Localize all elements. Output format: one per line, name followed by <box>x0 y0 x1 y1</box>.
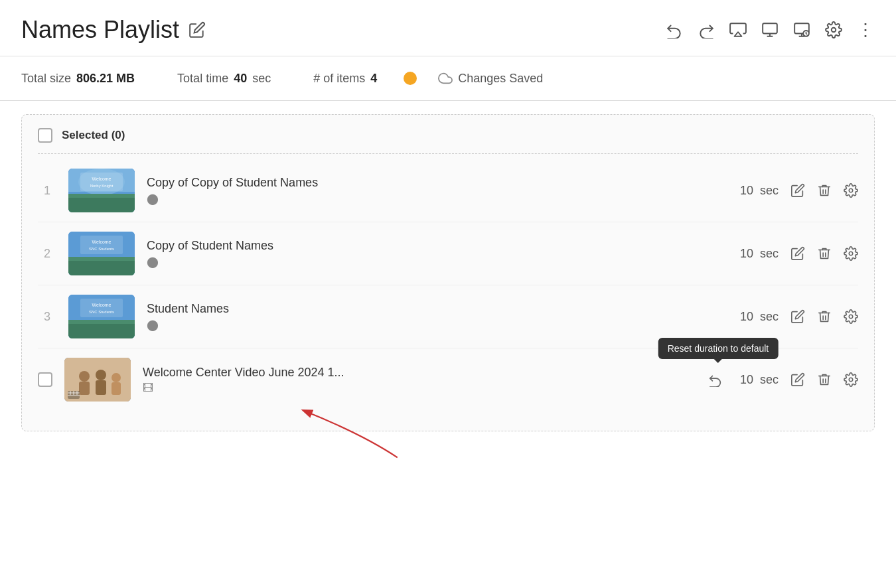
select-all-checkbox[interactable] <box>38 128 52 143</box>
item-name-3: Student Names <box>147 302 728 316</box>
edit-item-4-button[interactable] <box>790 372 805 387</box>
svg-text:Norby Knight: Norby Knight <box>90 184 113 188</box>
status-indicator <box>404 72 417 85</box>
item-info-3: Student Names ⬤ <box>147 302 728 331</box>
delete-item-4-button[interactable] <box>817 372 832 387</box>
svg-point-38 <box>112 373 121 382</box>
presentation-icon-2: ⬤ <box>147 256 728 268</box>
items-count-stat: # of items 4 <box>313 72 377 86</box>
edit-item-2-button[interactable] <box>790 246 805 261</box>
svg-point-34 <box>79 371 90 382</box>
svg-text:Welcome: Welcome <box>92 177 111 181</box>
svg-rect-35 <box>79 382 90 395</box>
total-size-label: Total size <box>21 72 71 86</box>
gear-icon-1 <box>844 183 858 198</box>
item-duration-1: 10 sec <box>740 184 779 198</box>
svg-point-31 <box>849 315 853 319</box>
video-icon-4: 🎞 <box>143 382 696 394</box>
slideshow-icon <box>793 21 810 38</box>
trash-icon-4 <box>817 372 832 387</box>
airplay-icon <box>729 21 747 38</box>
delete-item-2-button[interactable] <box>817 246 832 261</box>
svg-point-24 <box>849 252 853 256</box>
edit-item-1-button[interactable] <box>790 183 805 198</box>
thumbnail-image-2: Welcome SNC Students <box>68 232 135 275</box>
items-value: 4 <box>370 72 377 86</box>
playlist-item: 2 Welcome SNC Students Copy of Student N… <box>38 222 858 285</box>
settings-item-3-button[interactable] <box>844 309 858 324</box>
header-left: Names Playlist <box>21 16 206 44</box>
delete-item-1-button[interactable] <box>817 183 832 198</box>
edit-icon-3 <box>790 309 805 324</box>
svg-point-46 <box>849 378 853 382</box>
undo-button[interactable] <box>666 21 683 38</box>
svg-rect-13 <box>68 198 135 212</box>
item-thumbnail-3: Welcome SNC Students <box>68 295 135 338</box>
svg-rect-37 <box>96 380 106 395</box>
page-header: Names Playlist <box>0 0 896 56</box>
item-number-1: 1 <box>38 184 56 198</box>
svg-point-8 <box>832 28 836 33</box>
svg-rect-39 <box>112 382 121 395</box>
select-all-label: Selected (0) <box>62 129 125 142</box>
monitor-button[interactable] <box>761 21 779 38</box>
item-right-1: 10 sec <box>740 183 858 198</box>
item-number-2: 2 <box>38 247 56 261</box>
changes-saved-status: Changes Saved <box>438 71 543 86</box>
settings-item-2-button[interactable] <box>844 246 858 261</box>
svg-rect-28 <box>80 299 123 317</box>
changes-saved-label: Changes Saved <box>458 72 543 86</box>
airplay-button[interactable] <box>729 21 747 38</box>
annotation-arrow <box>257 398 456 471</box>
select-all-row: Selected (0) <box>38 128 858 154</box>
total-time-value: 40 <box>234 72 247 86</box>
item-thumbnail-4 <box>64 358 131 402</box>
stats-bar: Total size 806.21 MB Total time 40 sec #… <box>0 56 896 100</box>
trash-icon-1 <box>817 183 832 198</box>
slideshow-settings-button[interactable] <box>793 21 810 38</box>
total-time-stat: Total time 40 sec <box>177 72 271 86</box>
settings-button[interactable] <box>825 21 842 38</box>
settings-item-4-button[interactable] <box>844 372 858 387</box>
edit-title-button[interactable] <box>188 21 206 38</box>
cloud-icon <box>438 71 453 86</box>
edit-icon-4 <box>790 372 805 387</box>
svg-rect-20 <box>68 261 135 275</box>
item-name-2: Copy of Student Names <box>147 239 728 253</box>
item-duration-2: 10 sec <box>740 247 779 261</box>
presentation-icon-1: ⬤ <box>147 192 728 205</box>
svg-text:SNC Students: SNC Students <box>89 310 114 314</box>
undo-icon <box>666 21 683 38</box>
gear-icon-2 <box>844 246 858 261</box>
edit-item-3-button[interactable] <box>790 309 805 324</box>
total-time-unit: sec <box>252 72 271 86</box>
item-name-1: Copy of Copy of Student Names <box>147 176 728 190</box>
item-right-3: 10 sec <box>740 309 858 324</box>
svg-text:SNC Students: SNC Students <box>89 247 114 251</box>
redo-button[interactable] <box>698 21 715 38</box>
item-duration-4: 10 sec <box>740 373 779 387</box>
item-info-2: Copy of Student Names ⬤ <box>147 239 728 268</box>
header-actions: ⋮ <box>666 20 875 40</box>
total-time-label: Total time <box>177 72 228 86</box>
item-name-4: Welcome Center Video June 2024 1... <box>143 366 696 380</box>
item-4-checkbox[interactable] <box>38 372 52 387</box>
svg-text:Welcome: Welcome <box>92 240 111 244</box>
svg-rect-27 <box>68 324 135 338</box>
trash-icon-3 <box>817 309 832 324</box>
playlist-container: Selected (0) 1 Welcome Norby Knight Copy… <box>21 114 875 431</box>
svg-point-36 <box>96 370 106 380</box>
item-right-2: 10 sec <box>740 246 858 261</box>
delete-item-3-button[interactable] <box>817 309 832 324</box>
settings-item-1-button[interactable] <box>844 183 858 198</box>
reset-icon <box>708 372 723 387</box>
pencil-icon <box>188 21 206 38</box>
svg-rect-14 <box>80 173 123 191</box>
settings-icon <box>825 21 842 38</box>
reset-duration-button[interactable] <box>708 372 723 387</box>
item-info-1: Copy of Copy of Student Names ⬤ <box>147 176 728 205</box>
page-title: Names Playlist <box>21 16 179 44</box>
item-number-3: 3 <box>38 310 56 324</box>
edit-icon-2 <box>790 246 805 261</box>
more-options-button[interactable]: ⋮ <box>857 20 875 40</box>
